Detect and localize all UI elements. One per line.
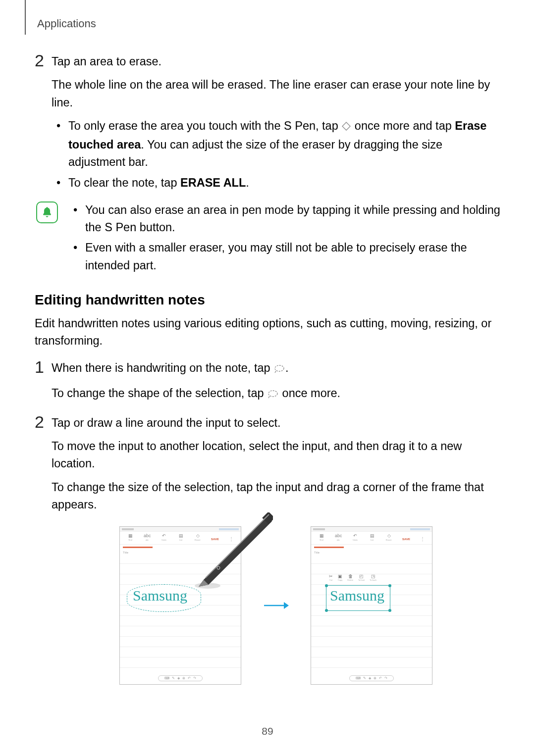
svg-marker-3 [199, 516, 272, 587]
step-line: When there is handwriting on the note, t… [52, 359, 500, 378]
step-line: Tap an area to erase. [52, 53, 500, 70]
step-line: To change the shape of the selection, ta… [52, 385, 500, 403]
step-number: 1 [35, 358, 52, 409]
svg-point-1 [268, 391, 277, 397]
step-erase: 2 Tap an area to erase. The whole line o… [35, 52, 500, 198]
svg-line-6 [206, 514, 269, 578]
lasso-select-icon [267, 386, 279, 403]
handwriting-sample: Samsung [133, 587, 187, 604]
handwriting-sample: Samsung [330, 587, 384, 604]
note-bullet: You can also erase an area in pen mode b… [68, 202, 500, 237]
note-bullet: Even with a smaller eraser, you may stil… [68, 239, 500, 274]
step-number: 2 [35, 52, 52, 198]
step-1: 1 When there is handwriting on the note,… [35, 358, 500, 409]
bullet-item: To only erase the area you touch with th… [52, 117, 500, 171]
bullet-item: To clear the note, tap ERASE ALL. [52, 174, 500, 192]
svg-point-0 [275, 365, 284, 371]
header-rule [25, 0, 26, 35]
bell-icon [36, 202, 58, 223]
note-callout: You can also erase an area in pen mode b… [35, 202, 500, 283]
page-number: 89 [0, 725, 535, 737]
step-line: Tap or draw a line around the input to s… [52, 414, 500, 432]
eraser-diamond-icon [341, 119, 351, 136]
illustration: ▦Grid abcabc ↶Undo ▤List ◇Eraser SAVE ⋮ … [52, 526, 500, 685]
step-line: To move the input to another location, s… [52, 438, 500, 473]
section-intro: Edit handwritten notes using various edi… [35, 315, 500, 350]
step-2: 2 Tap or draw a line around the input to… [35, 413, 500, 519]
section-heading: Editing handwritten notes [35, 292, 500, 308]
spen-icon [194, 512, 273, 592]
screenshot-right: ▦Grid abcabc ↶Undo ▤List ◇Eraser SAVE ⋮ … [311, 526, 432, 685]
arrow-right-icon [263, 595, 289, 616]
step-number: 2 [35, 413, 52, 519]
step-line: To change the size of the selection, tap… [52, 479, 500, 514]
lasso-select-icon [273, 361, 285, 378]
step-line: The whole line on the area will be erase… [52, 76, 500, 111]
svg-marker-9 [284, 602, 289, 609]
breadcrumb: Applications [37, 17, 96, 30]
